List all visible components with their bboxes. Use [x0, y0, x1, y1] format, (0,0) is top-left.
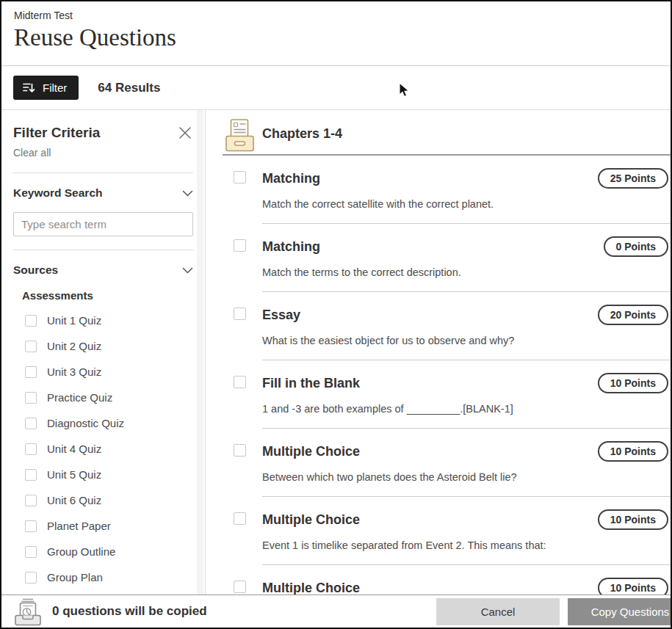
sidebar-scrollbar[interactable]: [197, 110, 203, 596]
question-text: Event 1 is timelike separated from Event…: [262, 539, 671, 551]
question-type: Multiple Choice: [262, 512, 360, 528]
source-filter-item: Unit 3 Quiz: [25, 366, 193, 378]
chevron-down-icon: [182, 267, 193, 274]
source-filter-item: Unit 5 Quiz: [25, 468, 193, 481]
source-checkbox[interactable]: [25, 469, 37, 481]
source-filter-item: Unit 2 Quiz: [25, 340, 193, 352]
source-checkbox[interactable]: [25, 315, 37, 327]
chevron-down-icon: [182, 190, 193, 197]
question-checkbox[interactable]: [234, 376, 246, 388]
question-row: Matching 25 Points Match the correct sat…: [206, 156, 671, 224]
source-checkbox[interactable]: [25, 366, 37, 378]
filter-sidebar: Filter Criteria Clear all Keyword Search…: [1, 110, 206, 596]
question-text: Between which two planets does the Aster…: [262, 471, 671, 483]
question-type: Essay: [262, 308, 300, 323]
points-badge: 0 Points: [604, 236, 668, 257]
source-checkbox[interactable]: [25, 341, 37, 352]
question-row: Multiple Choice 10 Points: [206, 565, 671, 596]
points-badge: 10 Points: [598, 578, 668, 596]
close-icon[interactable]: [177, 125, 193, 141]
source-filter-item: Group Plan: [25, 571, 193, 583]
points-badge: 25 Points: [598, 168, 668, 189]
question-row: Essay 20 Points What is the easiest obje…: [206, 292, 671, 360]
keyword-search-section-toggle[interactable]: Keyword Search: [13, 186, 193, 200]
question-text: Match the terms to the correct descripti…: [262, 266, 671, 278]
question-type: Matching: [262, 171, 320, 186]
sidebar-divider: [13, 250, 193, 250]
question-checkbox[interactable]: [234, 239, 246, 252]
source-checkbox[interactable]: [25, 520, 37, 532]
source-checkbox[interactable]: [25, 392, 37, 404]
source-label: Diagnostic Quiz: [47, 417, 124, 429]
question-type: Fill in the Blank: [262, 376, 360, 391]
source-label: Unit 6 Quiz: [47, 494, 101, 506]
source-group-title: Chapters 1-4: [262, 126, 342, 142]
source-label: Unit 5 Quiz: [47, 468, 101, 481]
source-filter-item: Diagnostic Quiz: [25, 417, 193, 429]
source-label: Unit 3 Quiz: [47, 366, 101, 378]
source-label: Unit 1 Quiz: [47, 314, 101, 327]
question-checkbox[interactable]: [234, 512, 246, 525]
source-label: Group Plan: [47, 571, 103, 583]
source-checkbox[interactable]: [25, 546, 37, 558]
question-type: Multiple Choice: [262, 444, 360, 459]
sources-label: Sources: [13, 263, 58, 277]
source-checkbox[interactable]: [25, 495, 37, 506]
question-checkbox[interactable]: [234, 171, 246, 183]
filter-criteria-title: Filter Criteria: [13, 125, 100, 141]
question-checkbox[interactable]: [234, 444, 246, 457]
cancel-button[interactable]: Cancel: [436, 598, 560, 625]
dialog-body: Filter Criteria Clear all Keyword Search…: [1, 110, 671, 596]
source-label: Planet Paper: [47, 520, 111, 532]
clear-all-link[interactable]: Clear all: [13, 147, 51, 159]
points-badge: 20 Points: [598, 305, 668, 325]
question-checkbox[interactable]: [234, 581, 246, 593]
reuse-questions-dialog: Midterm Test Reuse Questions Filter 64 R…: [0, 0, 672, 629]
question-results-panel: Chapters 1-4 Matching 25 Points Match th…: [206, 110, 671, 596]
source-label: Unit 4 Quiz: [47, 443, 101, 455]
context-title: Midterm Test: [14, 10, 658, 21]
dialog-footer: 0 questions will be copied Cancel Copy Q…: [1, 595, 671, 628]
filter-button[interactable]: Filter: [13, 76, 79, 100]
question-row: Multiple Choice 10 Points Event 1 is tim…: [206, 497, 671, 565]
sources-section-toggle[interactable]: Sources: [13, 263, 193, 277]
points-badge: 10 Points: [598, 441, 668, 462]
copy-questions-button[interactable]: Copy Questions: [568, 598, 672, 625]
source-filter-item: Planet Paper: [25, 520, 193, 532]
sources-list: Unit 1 Quiz Unit 2 Quiz Unit 3 Quiz: [13, 314, 193, 583]
question-type: Matching: [262, 239, 320, 255]
source-label: Group Outline: [47, 545, 115, 558]
question-type: Multiple Choice: [262, 581, 360, 596]
dialog-header: Midterm Test Reuse Questions: [1, 1, 671, 66]
assessment-archive-icon: [225, 118, 255, 156]
source-label: Practice Quiz: [47, 391, 112, 404]
question-text: 1 and -3 are both examples of _________.…: [262, 403, 671, 415]
assessments-group-label: Assessments: [22, 289, 193, 302]
question-list: Matching 25 Points Match the correct sat…: [206, 156, 671, 596]
search-input[interactable]: [13, 212, 193, 236]
filter-icon: [22, 81, 36, 94]
page-title: Reuse Questions: [14, 24, 658, 51]
results-count: 64 Results: [98, 81, 160, 95]
copy-status-icon: [13, 597, 43, 627]
source-checkbox[interactable]: [25, 418, 37, 429]
source-filter-item: Unit 4 Quiz: [25, 443, 193, 455]
keyword-search-label: Keyword Search: [13, 186, 102, 200]
question-row: Matching 0 Points Match the terms to the…: [206, 224, 671, 292]
copy-status-text: 0 questions will be copied: [52, 604, 207, 619]
source-filter-item: Unit 1 Quiz: [25, 314, 193, 327]
source-group-header: Chapters 1-4: [206, 110, 671, 156]
points-badge: 10 Points: [598, 373, 668, 393]
question-checkbox[interactable]: [234, 308, 246, 320]
source-label: Unit 2 Quiz: [47, 340, 101, 352]
question-row: Fill in the Blank 10 Points 1 and -3 are…: [206, 360, 671, 429]
source-checkbox[interactable]: [25, 443, 37, 455]
filter-bar: Filter 64 Results: [1, 66, 671, 110]
sidebar-divider: [13, 172, 193, 173]
source-filter-item: Group Outline: [25, 545, 193, 558]
question-text: Match the correct satellite with the cor…: [262, 198, 671, 210]
source-filter-item: Practice Quiz: [25, 391, 193, 404]
source-filter-item: Unit 6 Quiz: [25, 494, 193, 506]
source-checkbox[interactable]: [25, 572, 37, 583]
question-text: What is the easiest object for us to obs…: [262, 335, 671, 346]
